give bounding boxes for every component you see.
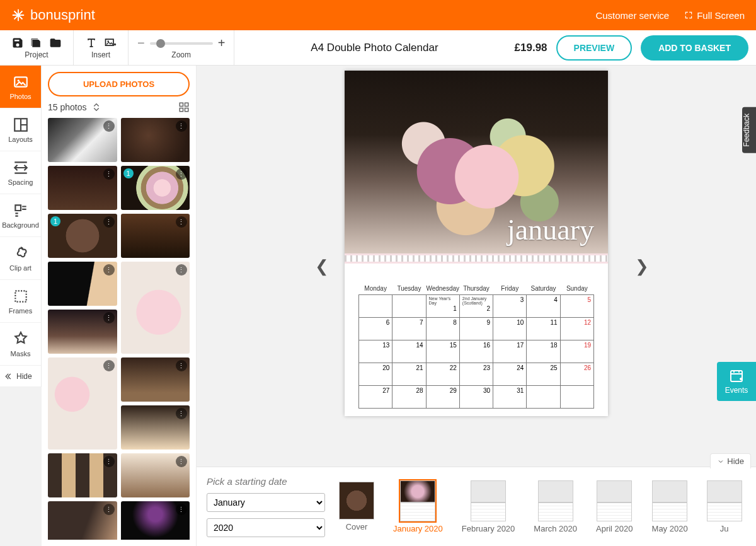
spacing-icon xyxy=(12,160,30,176)
page-thumb-label: May 2020 xyxy=(652,524,688,533)
day-header: Wednesday xyxy=(426,282,459,295)
photo-thumb[interactable]: ⋮ xyxy=(121,405,190,450)
day-cell xyxy=(392,295,426,318)
day-cell: 25 xyxy=(527,363,560,386)
photo-thumb[interactable]: 1⋮ xyxy=(121,166,190,210)
tab-frames[interactable]: Frames xyxy=(0,280,41,323)
preview-button[interactable]: PREVIEW xyxy=(556,35,633,61)
tab-photos[interactable]: Photos xyxy=(0,66,41,108)
thumb-menu-icon[interactable]: ⋮ xyxy=(103,120,115,132)
text-icon[interactable] xyxy=(85,37,98,49)
photos-panel: UPLOAD PHOTOS 15 photos ⋮ ⋮ ⋮ 1⋮ 1⋮ ⋮ ⋮ … xyxy=(42,66,197,546)
day-cell: 9 xyxy=(459,318,493,340)
tab-photos-label: Photos xyxy=(9,93,31,100)
thumb-menu-icon[interactable]: ⋮ xyxy=(103,216,115,228)
spiral-binding xyxy=(345,253,608,264)
thumb-menu-icon[interactable]: ⋮ xyxy=(176,264,187,276)
photo-thumb[interactable]: ⋮ xyxy=(121,453,190,497)
fullscreen-button[interactable]: Full Screen xyxy=(684,10,745,21)
prev-page-button[interactable]: ❮ xyxy=(315,257,329,276)
day-cell: 30 xyxy=(459,386,493,409)
thumb-menu-icon[interactable]: ⋮ xyxy=(103,504,115,515)
thumb-menu-icon[interactable]: ⋮ xyxy=(176,360,187,371)
brand-name: bonusprint xyxy=(30,7,95,23)
photo-thumb[interactable]: ⋮ xyxy=(48,166,117,210)
hide-strip-button[interactable]: Hide xyxy=(710,453,751,468)
start-year-select[interactable]: 2020 xyxy=(207,518,325,537)
thumb-menu-icon[interactable]: ⋮ xyxy=(176,504,187,515)
photos-icon xyxy=(12,74,30,90)
sort-icon[interactable] xyxy=(91,102,102,113)
page-thumb-may[interactable]: May 2020 xyxy=(652,480,688,533)
page-thumb-january[interactable]: January 2020 xyxy=(393,480,443,533)
next-page-button[interactable]: ❯ xyxy=(635,257,649,276)
app-header: bonusprint Customer service Full Screen xyxy=(0,0,756,30)
fullscreen-label: Full Screen xyxy=(697,10,745,21)
thumb-menu-icon[interactable]: ⋮ xyxy=(103,264,115,276)
customer-service-link[interactable]: Customer service xyxy=(595,10,669,21)
photo-thumb[interactable]: ⋮ xyxy=(48,357,117,450)
layouts-icon xyxy=(12,117,30,133)
day-cell: 4 xyxy=(527,295,560,318)
zoom-slider[interactable] xyxy=(150,42,213,45)
thumb-menu-icon[interactable]: ⋮ xyxy=(103,312,115,323)
folder-icon[interactable] xyxy=(49,37,62,49)
tab-spacing[interactable]: Spacing xyxy=(0,151,41,194)
thumb-menu-icon[interactable]: ⋮ xyxy=(176,120,187,132)
photo-thumb[interactable]: ⋮ xyxy=(48,118,117,162)
thumb-menu-icon[interactable]: ⋮ xyxy=(103,456,115,467)
grid-view-icon[interactable] xyxy=(178,102,190,113)
upload-photos-button[interactable]: UPLOAD PHOTOS xyxy=(48,72,190,96)
project-group: Project xyxy=(0,30,74,65)
photo-thumb[interactable]: 1⋮ xyxy=(48,214,117,258)
calendar-preview[interactable]: january Monday Tuesday Wednesday Thursda… xyxy=(345,71,608,416)
tab-clipart[interactable]: Clip art xyxy=(0,237,41,280)
photo-thumb[interactable]: ⋮ xyxy=(48,310,117,354)
day-cell: 10 xyxy=(493,318,527,340)
day-cell: 2nd January (Scotland)2 xyxy=(459,295,493,318)
photo-thumb[interactable]: ⋮ xyxy=(121,501,190,540)
day-cell: 28 xyxy=(392,386,426,409)
events-label: Events xyxy=(725,386,748,395)
thumb-menu-icon[interactable]: ⋮ xyxy=(103,168,115,180)
events-button[interactable]: Events xyxy=(717,362,756,401)
tab-spacing-label: Spacing xyxy=(8,178,33,186)
insert-group: Insert xyxy=(74,30,129,65)
page-thumb-june[interactable]: Ju xyxy=(707,480,742,533)
save-icon[interactable] xyxy=(11,37,24,49)
photo-thumb[interactable]: ⋮ xyxy=(48,262,117,306)
zoom-label: Zoom xyxy=(171,50,191,59)
zoom-in-button[interactable]: + xyxy=(218,36,226,50)
tab-hide[interactable]: Hide xyxy=(0,366,41,387)
day-cell: 29 xyxy=(426,386,459,409)
thumb-menu-icon[interactable]: ⋮ xyxy=(103,360,115,371)
tab-layouts[interactable]: Layouts xyxy=(0,108,41,151)
page-thumb-april[interactable]: April 2020 xyxy=(596,480,633,533)
start-month-select[interactable]: January xyxy=(207,493,325,512)
thumb-menu-icon[interactable]: ⋮ xyxy=(176,456,187,467)
tab-background[interactable]: Background xyxy=(0,194,41,237)
add-to-basket-button[interactable]: ADD TO BASKET xyxy=(641,35,748,61)
photo-thumb[interactable]: ⋮ xyxy=(48,501,117,540)
photo-thumb[interactable]: ⋮ xyxy=(48,453,117,497)
image-add-icon[interactable] xyxy=(104,37,117,49)
starting-date-label: Pick a starting date xyxy=(207,476,325,487)
photo-thumb[interactable]: ⋮ xyxy=(121,118,190,162)
left-sidebar: Photos Layouts Spacing Background Clip a… xyxy=(0,66,42,387)
page-thumb-february[interactable]: February 2020 xyxy=(462,480,515,533)
page-thumb-label: February 2020 xyxy=(462,524,515,533)
thumb-menu-icon[interactable]: ⋮ xyxy=(176,408,187,419)
photo-thumb[interactable]: ⋮ xyxy=(121,262,190,354)
photo-thumb[interactable]: ⋮ xyxy=(121,357,190,402)
thumb-menu-icon[interactable]: ⋮ xyxy=(176,216,187,228)
photo-thumb[interactable]: ⋮ xyxy=(121,214,190,258)
save-multi-icon[interactable] xyxy=(30,37,43,49)
page-thumb-march[interactable]: March 2020 xyxy=(534,480,577,533)
tab-masks[interactable]: Masks xyxy=(0,323,41,366)
zoom-out-button[interactable]: − xyxy=(137,36,145,50)
day-cell: 11 xyxy=(527,318,560,340)
thumb-menu-icon[interactable]: ⋮ xyxy=(176,168,187,180)
svg-rect-9 xyxy=(185,108,188,112)
page-thumb-cover[interactable]: Cover xyxy=(339,482,374,531)
feedback-button[interactable]: Feedback xyxy=(742,107,756,153)
